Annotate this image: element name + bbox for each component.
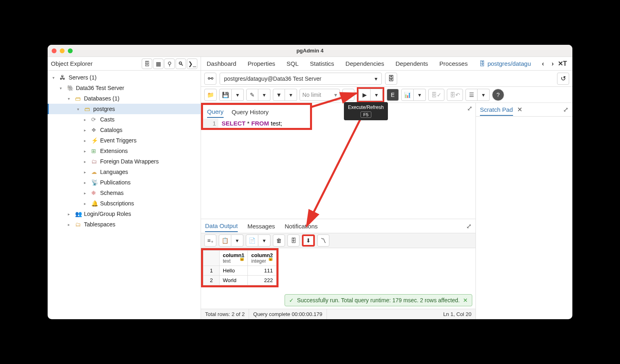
limit-selector[interactable]: No limit▾: [300, 89, 340, 101]
tab-dependencies[interactable]: Dependencies: [340, 57, 390, 70]
main-tabbar: Dashboard Properties SQL Statistics Depe…: [201, 57, 572, 71]
tree-servers[interactable]: ▾🖧Servers (1): [48, 72, 201, 83]
tab-messages[interactable]: Messages: [247, 223, 275, 230]
tab-next-button[interactable]: ›: [549, 60, 557, 68]
tab-close-button[interactable]: ✕T: [558, 60, 566, 68]
edit-dropdown[interactable]: ▾: [258, 89, 270, 101]
execute-button[interactable]: ▶: [358, 89, 371, 101]
tab-data-output[interactable]: Data Output: [205, 222, 238, 232]
table-icon[interactable]: ▦: [153, 59, 163, 69]
database-icon[interactable]: 🗄: [142, 59, 152, 69]
tree-catalogs[interactable]: ▸❖Catalogs: [48, 125, 201, 135]
tree-event-triggers[interactable]: ▸⚡Event Triggers: [48, 135, 201, 146]
status-rows: Total rows: 2 of 2: [201, 309, 249, 319]
tree-extensions[interactable]: ▸⊞Extensions: [48, 146, 201, 156]
status-cursor-pos: Ln 1, Col 20: [439, 309, 475, 319]
table-row[interactable]: 1 Hello 111: [203, 266, 276, 276]
connection-selector[interactable]: postgres/dataguy@Data36 Test Server ▾: [220, 73, 382, 85]
chevron-down-icon: ▾: [375, 75, 377, 82]
table-row[interactable]: 2 World 222: [203, 276, 276, 285]
explain-button[interactable]: E: [387, 89, 399, 101]
copy-button[interactable]: 📋: [219, 234, 231, 247]
output-section: Data Output Messages Notifications ⤢ ≡₊ …: [201, 219, 475, 309]
tree-subscriptions[interactable]: ▸🔔Subscriptions: [48, 198, 201, 209]
tree-publications[interactable]: ▸📡Publications: [48, 177, 201, 188]
db-switch-button[interactable]: 🗄: [385, 73, 397, 85]
tab-query-tool[interactable]: 🗄postgres/datagu: [473, 57, 537, 70]
tree-foreign-data-wrappers[interactable]: ▸🗂Foreign Data Wrappers: [48, 156, 201, 167]
graph-button[interactable]: 〽: [317, 234, 329, 247]
tab-processes[interactable]: Processes: [434, 57, 473, 70]
object-explorer-sidebar: Object Explorer 🗄 ▦ ⚲ 🔍︎ ❯_ ▾🖧Servers (1…: [48, 57, 201, 319]
explain-analyze-button[interactable]: 📊: [401, 89, 414, 101]
connection-row: ⚯ postgres/dataguy@Data36 Test Server ▾ …: [201, 71, 572, 87]
success-toast: ✓ Successfully run. Total query runtime:…: [285, 294, 472, 306]
tree-databases[interactable]: ▾🗃Databases (1): [48, 93, 201, 104]
paste-dropdown[interactable]: ▾: [258, 234, 270, 247]
tree-server[interactable]: ▾🐘Data36 Test Server: [48, 83, 201, 93]
tab-dashboard[interactable]: Dashboard: [201, 57, 242, 70]
line-gutter: 1: [203, 119, 218, 128]
tree-casts[interactable]: ▸⟳Casts: [48, 114, 201, 125]
add-row-button[interactable]: ≡₊: [204, 234, 216, 247]
filter-icon[interactable]: ⚲: [164, 59, 175, 69]
main-panel: Dashboard Properties SQL Statistics Depe…: [201, 57, 572, 319]
scratch-pad-tab[interactable]: Scratch Pad: [480, 106, 513, 116]
delete-row-button[interactable]: 🗑: [273, 234, 285, 247]
row-header-blank: [203, 251, 220, 266]
tab-sql[interactable]: SQL: [281, 57, 304, 70]
tree-languages[interactable]: ▸☁Languages: [48, 167, 201, 177]
explain-dropdown[interactable]: ▾: [414, 89, 426, 101]
col-header-1[interactable]: column1text🔒: [220, 251, 248, 266]
tab-statistics[interactable]: Statistics: [304, 57, 340, 70]
copy-dropdown[interactable]: ▾: [231, 234, 243, 247]
save-data-button[interactable]: 🗄: [287, 234, 300, 247]
col-header-2[interactable]: column2integer🔒: [248, 251, 276, 266]
window-title: pgAdmin 4: [48, 48, 572, 54]
query-toolbar: 📁 💾▾ ✎▾ ▼▾ No limit▾ ■ ▶ ▾ E 📊▾ 🗄✓ 🗄↶ ☰▾…: [201, 87, 572, 103]
close-scratch-button[interactable]: ✕: [517, 106, 522, 113]
expand-scratch-icon[interactable]: ⤢: [563, 106, 568, 113]
sql-editor[interactable]: 1 SELECT * FROM test;: [203, 119, 310, 128]
tab-properties[interactable]: Properties: [242, 57, 281, 70]
app-window: pgAdmin 4 Object Explorer 🗄 ▦ ⚲ 🔍︎ ❯_ ▾🖧…: [48, 45, 572, 319]
execute-button-group: ▶ ▾: [357, 87, 384, 103]
macro-button[interactable]: ☰: [465, 89, 478, 101]
scratch-pad-panel: Scratch Pad ✕ ⤢: [475, 103, 572, 319]
tree-schemas[interactable]: ▸❈Schemas: [48, 188, 201, 198]
filter-dropdown[interactable]: ▾: [285, 89, 297, 101]
tree-db-postgres[interactable]: ▾🗃postgres: [48, 104, 201, 114]
reset-layout-button[interactable]: ↺: [557, 73, 569, 85]
expand-output-icon[interactable]: ⤢: [466, 222, 471, 230]
sql-code: SELECT * FROM test;: [218, 119, 285, 128]
macro-dropdown[interactable]: ▾: [478, 89, 490, 101]
save-button[interactable]: 💾: [219, 89, 232, 101]
filter-button[interactable]: ▼: [273, 89, 285, 101]
sidebar-header: Object Explorer 🗄 ▦ ⚲ 🔍︎ ❯_: [48, 57, 201, 71]
download-button[interactable]: ⬇: [302, 234, 315, 247]
tab-query-history[interactable]: Query History: [232, 109, 269, 115]
terminal-icon[interactable]: ❯_: [187, 59, 197, 69]
status-bar: Total rows: 2 of 2 Query complete 00:00:…: [201, 309, 475, 319]
help-button[interactable]: ?: [492, 89, 504, 101]
stop-button[interactable]: ■: [342, 89, 354, 101]
tree-tablespaces[interactable]: ▸🗂Tablespaces: [48, 219, 201, 230]
check-icon: ✓: [289, 297, 294, 303]
rollback-button[interactable]: 🗄↶: [447, 89, 463, 101]
execute-dropdown[interactable]: ▾: [371, 89, 383, 101]
search-icon[interactable]: 🔍︎: [176, 59, 186, 69]
tab-query[interactable]: Query: [207, 108, 224, 118]
tab-dependents[interactable]: Dependents: [390, 57, 434, 70]
save-dropdown[interactable]: ▾: [232, 89, 244, 101]
open-file-button[interactable]: 📁: [204, 89, 217, 101]
commit-button[interactable]: 🗄✓: [428, 89, 444, 101]
edit-button[interactable]: ✎: [246, 89, 258, 101]
tree-login-roles[interactable]: ▸👥Login/Group Roles: [48, 209, 201, 219]
result-grid-area: column1text🔒 column2integer🔒 1 Hello 111: [201, 248, 475, 309]
connection-status-icon[interactable]: ⚯: [204, 73, 216, 85]
paste-button[interactable]: 📄: [246, 234, 258, 247]
close-toast-button[interactable]: ✕: [463, 297, 468, 303]
expand-editor-icon[interactable]: ⤢: [467, 105, 472, 112]
tab-prev-button[interactable]: ‹: [539, 60, 547, 68]
tab-notifications[interactable]: Notifications: [285, 223, 318, 230]
